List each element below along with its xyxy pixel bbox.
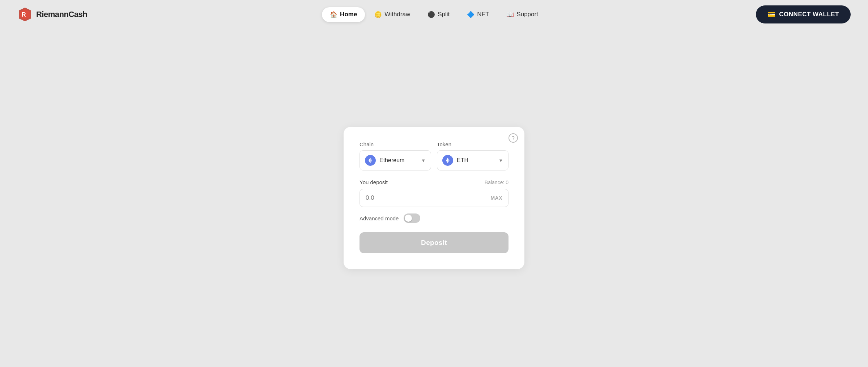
logo-area: R RiemannCash: [17, 7, 87, 22]
home-icon: 🏠: [330, 11, 337, 18]
main-content: ? Chain Et: [0, 29, 868, 367]
split-icon: ⚫: [427, 11, 435, 18]
navbar: R RiemannCash 🏠 Home 🪙 Withdraw ⚫ Split …: [0, 0, 868, 29]
nav-split-label: Split: [438, 11, 450, 18]
nft-icon: 🔷: [467, 11, 475, 18]
nav-support-label: Support: [516, 11, 538, 18]
nav-home-label: Home: [340, 11, 357, 18]
token-dropdown[interactable]: ETH ▼: [437, 150, 509, 170]
advanced-mode-toggle[interactable]: [404, 213, 420, 223]
selectors-row: Chain Ethereum ▼: [359, 141, 509, 170]
advanced-mode-row: Advanced mode: [359, 213, 509, 223]
nav-item-home[interactable]: 🏠 Home: [322, 7, 365, 22]
deposit-input-wrap: MAX: [359, 189, 509, 207]
chain-chevron-icon: ▼: [421, 158, 426, 163]
advanced-mode-label: Advanced mode: [359, 215, 399, 221]
withdraw-icon: 🪙: [374, 11, 382, 18]
connect-wallet-label: CONNECT WALLET: [779, 11, 839, 18]
deposit-card: ? Chain Et: [344, 127, 524, 269]
nav-item-withdraw[interactable]: 🪙 Withdraw: [366, 7, 418, 22]
chain-dropdown[interactable]: Ethereum ▼: [359, 150, 431, 170]
deposit-label: You deposit: [359, 179, 388, 185]
deposit-button[interactable]: Deposit: [359, 232, 509, 253]
chain-selector-group: Chain Ethereum ▼: [359, 141, 431, 170]
token-selector-group: Token ETH ▼: [437, 141, 509, 170]
nav-nft-label: NFT: [477, 11, 489, 18]
token-selected-name: ETH: [457, 157, 495, 164]
nav-withdraw-label: Withdraw: [384, 11, 410, 18]
nav-item-split[interactable]: ⚫ Split: [420, 7, 458, 22]
nav-divider: [93, 8, 93, 21]
chain-selected-name: Ethereum: [379, 157, 417, 164]
deposit-input[interactable]: [366, 194, 490, 202]
wallet-icon: 💳: [767, 10, 776, 18]
nav-center: 🏠 Home 🪙 Withdraw ⚫ Split 🔷 NFT 📖 Suppor…: [322, 7, 546, 22]
token-label: Token: [437, 141, 509, 147]
help-icon[interactable]: ?: [509, 133, 518, 143]
svg-text:R: R: [22, 12, 26, 18]
max-button[interactable]: MAX: [490, 195, 502, 201]
nav-item-support[interactable]: 📖 Support: [498, 7, 546, 22]
chain-label: Chain: [359, 141, 431, 147]
deposit-header: You deposit Balance: 0: [359, 179, 509, 185]
nav-item-nft[interactable]: 🔷 NFT: [459, 7, 497, 22]
balance-display: Balance: 0: [485, 180, 509, 185]
support-icon: 📖: [506, 11, 514, 18]
eth-icon: [442, 155, 453, 166]
logo-icon: R: [17, 7, 33, 22]
connect-wallet-button[interactable]: 💳 CONNECT WALLET: [756, 5, 851, 23]
ethereum-icon: [365, 155, 376, 166]
token-chevron-icon: ▼: [498, 158, 503, 163]
brand-name: RiemannCash: [36, 10, 87, 19]
